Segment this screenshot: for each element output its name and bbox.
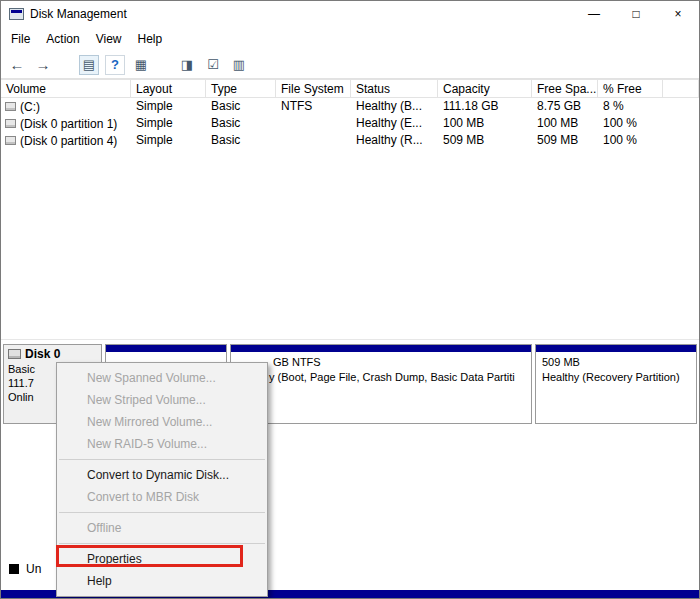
partition-size-label: GB NTFS (231, 352, 531, 368)
volume-icon (5, 136, 16, 145)
cell-capacity: 100 MB (438, 115, 532, 132)
partition-color-band (231, 345, 531, 352)
column-capacity[interactable]: Capacity (438, 80, 532, 97)
cell-file-system (276, 132, 351, 149)
cell-volume: (Disk 0 partition 4) (1, 132, 131, 149)
menu-item-new-spanned-volume: New Spanned Volume... (57, 367, 267, 389)
partition-size-label: 509 MB (536, 352, 696, 368)
menu-item-convert-to-mbr-disk: Convert to MBR Disk (57, 486, 267, 508)
window-controls: — □ × (573, 1, 699, 27)
cell-percent-free: 8 % (598, 98, 663, 115)
title-bar: Disk Management — □ × (1, 1, 699, 27)
table-row-c[interactable]: (C:) Simple Basic NTFS Healthy (B... 111… (1, 98, 699, 115)
cell-percent-free: 100 % (598, 115, 663, 132)
menu-file[interactable]: File (3, 29, 38, 49)
column-spacer (663, 80, 699, 97)
menu-help[interactable]: Help (130, 29, 171, 49)
volume-icon (5, 102, 16, 111)
grid-view-icon[interactable]: ▥ (229, 55, 249, 75)
volume-table-header: Volume Layout Type File System Status Ca… (1, 79, 699, 98)
menu-separator (59, 543, 265, 544)
app-icon (9, 8, 24, 20)
cell-free-space: 100 MB (532, 115, 598, 132)
menu-item-offline: Offline (57, 517, 267, 539)
properties-list-icon[interactable]: ▦ (131, 55, 151, 75)
partition-status-label: y (Boot, Page File, Crash Dump, Basic Da… (231, 368, 531, 383)
partition-color-band (536, 345, 696, 352)
column-type[interactable]: Type (206, 80, 276, 97)
annotation-properties-highlight (56, 545, 243, 567)
cell-volume: (C:) (1, 98, 131, 115)
volume-list-empty-area (1, 149, 699, 339)
disk-name: Disk 0 (25, 347, 60, 361)
cell-type: Basic (206, 132, 276, 149)
cell-volume: (Disk 0 partition 1) (1, 115, 131, 132)
column-free-space[interactable]: Free Spa... (532, 80, 598, 97)
menu-bar: File Action View Help (1, 27, 699, 51)
menu-item-help[interactable]: Help (57, 570, 267, 592)
window-title: Disk Management (30, 7, 127, 21)
cell-capacity: 111.18 GB (438, 98, 532, 115)
cell-file-system (276, 115, 351, 132)
column-layout[interactable]: Layout (131, 80, 206, 97)
cell-type: Basic (206, 115, 276, 132)
menu-item-new-mirrored-volume: New Mirrored Volume... (57, 411, 267, 433)
table-row-partition4[interactable]: (Disk 0 partition 4) Simple Basic Health… (1, 132, 699, 149)
partition-recovery-block[interactable]: 509 MB Healthy (Recovery Partition) (535, 344, 697, 424)
cell-layout: Simple (131, 115, 206, 132)
menu-view[interactable]: View (88, 29, 130, 49)
column-percent-free[interactable]: % Free (598, 80, 663, 97)
partition-c-block[interactable]: GB NTFS y (Boot, Page File, Crash Dump, … (230, 344, 532, 424)
minimize-button[interactable]: — (573, 1, 615, 27)
cell-free-space: 509 MB (532, 132, 598, 149)
cell-type: Basic (206, 98, 276, 115)
column-status[interactable]: Status (351, 80, 438, 97)
legend-unallocated: Un (9, 562, 41, 576)
cell-status: Healthy (E... (351, 115, 438, 132)
column-file-system[interactable]: File System (276, 80, 351, 97)
console-tree-icon[interactable]: ▤ (79, 55, 99, 75)
partition-color-band (106, 345, 226, 352)
cell-percent-free: 100 % (598, 132, 663, 149)
forward-arrow-icon[interactable]: → (33, 55, 53, 75)
table-row-partition1[interactable]: (Disk 0 partition 1) Simple Basic Health… (1, 115, 699, 132)
cell-layout: Simple (131, 132, 206, 149)
menu-item-new-raid5-volume: New RAID-5 Volume... (57, 433, 267, 455)
cell-file-system: NTFS (276, 98, 351, 115)
disk-context-menu: New Spanned Volume... New Striped Volume… (56, 362, 268, 597)
cell-status: Healthy (R... (351, 132, 438, 149)
close-button[interactable]: × (657, 1, 699, 27)
toolbar: ← → ▤ ? ▦ ◨ ☑ ▥ (1, 51, 699, 79)
disk-icon (8, 349, 21, 359)
cell-layout: Simple (131, 98, 206, 115)
column-volume[interactable]: Volume (1, 80, 131, 97)
menu-separator (59, 512, 265, 513)
menu-action[interactable]: Action (38, 29, 87, 49)
unallocated-swatch (9, 564, 19, 574)
menu-item-convert-to-dynamic-disk[interactable]: Convert to Dynamic Disk... (57, 464, 267, 486)
cell-status: Healthy (B... (351, 98, 438, 115)
disk-management-window: Disk Management — □ × File Action View H… (0, 0, 700, 599)
cell-free-space: 8.75 GB (532, 98, 598, 115)
back-arrow-icon[interactable]: ← (7, 55, 27, 75)
menu-separator (59, 459, 265, 460)
legend-label: Un (26, 562, 41, 576)
cell-capacity: 509 MB (438, 132, 532, 149)
maximize-button[interactable]: □ (615, 1, 657, 27)
menu-item-new-striped-volume: New Striped Volume... (57, 389, 267, 411)
volume-icon (5, 119, 16, 128)
help-icon[interactable]: ? (105, 55, 125, 75)
partition-status-label: Healthy (Recovery Partition) (536, 368, 696, 383)
check-report-icon[interactable]: ☑ (203, 55, 223, 75)
action-pane-icon[interactable]: ◨ (177, 55, 197, 75)
